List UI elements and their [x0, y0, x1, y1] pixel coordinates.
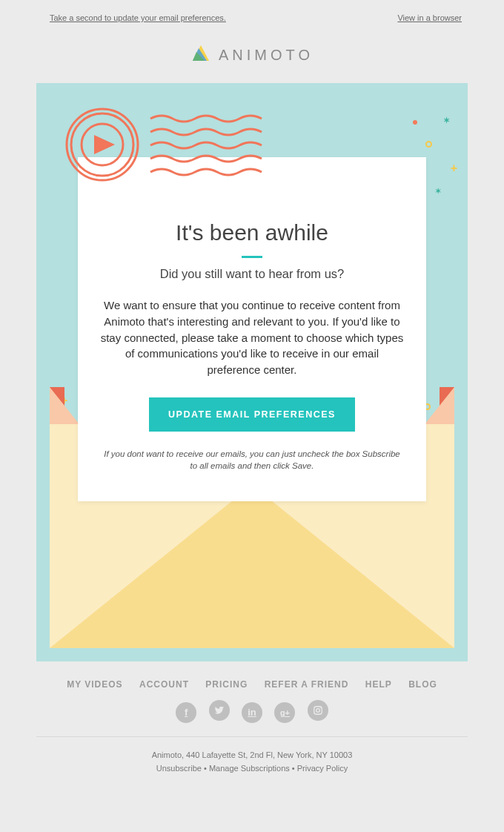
- social-row: f in g+: [0, 700, 504, 736]
- manage-subscriptions-link[interactable]: Manage Subscriptions: [209, 764, 290, 773]
- card-subheading: Did you still want to hear from us?: [100, 267, 404, 281]
- footer-nav-item[interactable]: BLOG: [408, 679, 437, 690]
- footer-nav-item[interactable]: REFER A FRIEND: [265, 679, 349, 690]
- footer-nav-item[interactable]: MY VIDEOS: [67, 679, 122, 690]
- animoto-logo-icon: [190, 43, 211, 67]
- brand-header: ANIMOTO: [0, 22, 504, 83]
- unsubscribe-link[interactable]: Unsubscribe: [156, 764, 202, 773]
- brand-name: ANIMOTO: [219, 47, 314, 64]
- accent-divider: [242, 256, 262, 258]
- svg-rect-6: [314, 707, 322, 715]
- postmark-stamp-icon: [62, 104, 276, 196]
- linkedin-icon[interactable]: in: [242, 702, 262, 723]
- hero-panel: ✶ + ✶ + ✶ + + I: [36, 83, 468, 661]
- confetti-icon: +: [451, 162, 457, 175]
- svg-point-7: [316, 709, 320, 713]
- card-note: If you dont want to receive our emails, …: [100, 448, 404, 472]
- footer-nav-item[interactable]: HELP: [365, 679, 392, 690]
- footer-legal: Animoto, 440 Lafayette St, 2nd Fl, New Y…: [0, 737, 504, 794]
- confetti-icon: [425, 141, 432, 148]
- confetti-icon: ✶: [443, 116, 450, 125]
- card-heading: It's been awhile: [100, 220, 404, 245]
- confetti-icon: [413, 120, 417, 125]
- privacy-policy-link[interactable]: Privacy Policy: [297, 764, 348, 773]
- footer-nav: MY VIDEOS ACCOUNT PRICING REFER A FRIEND…: [0, 661, 504, 700]
- message-card: It's been awhile Did you still want to h…: [78, 157, 426, 501]
- footer-nav-item[interactable]: ACCOUNT: [139, 679, 189, 690]
- footer-nav-item[interactable]: PRICING: [205, 679, 248, 690]
- facebook-icon[interactable]: f: [176, 702, 196, 723]
- confetti-icon: ✶: [435, 187, 441, 195]
- footer-address: Animoto, 440 Lafayette St, 2nd Fl, New Y…: [0, 749, 504, 762]
- sep: •: [202, 764, 209, 773]
- svg-point-8: [320, 707, 321, 708]
- twitter-icon[interactable]: [209, 700, 230, 721]
- header-links: Take a second to update your email prefe…: [0, 0, 504, 22]
- update-preferences-link[interactable]: Take a second to update your email prefe…: [50, 13, 226, 22]
- update-preferences-button[interactable]: UPDATE EMAIL PREFERENCES: [149, 397, 355, 432]
- instagram-icon[interactable]: [308, 700, 328, 721]
- card-body: We want to ensure that you continue to r…: [100, 297, 404, 378]
- view-in-browser-link[interactable]: View in a browser: [397, 13, 462, 22]
- sep: •: [290, 764, 297, 773]
- googleplus-icon[interactable]: g+: [274, 702, 295, 723]
